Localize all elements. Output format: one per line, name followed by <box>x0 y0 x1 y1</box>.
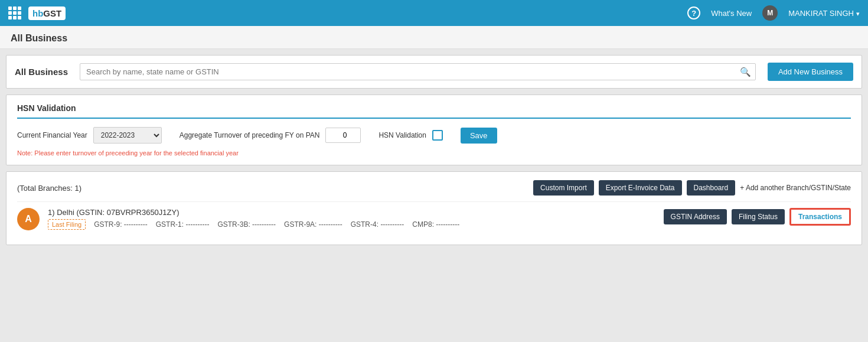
current-fy-select[interactable]: 2022-2023 2021-2022 2020-2021 <box>93 127 162 144</box>
gstr3b-filing: GSTR-3B: ---------- <box>217 220 276 229</box>
hsn-validation-group: HSN Validation <box>378 130 442 141</box>
hsn-validation-section: HSN Validation Current Financial Year 20… <box>6 95 862 165</box>
user-menu-chevron[interactable] <box>856 9 860 18</box>
current-fy-group: Current Financial Year 2022-2023 2021-20… <box>17 127 162 144</box>
table-row: A 1) Delhi (GSTIN: 07BVRPR3650J1ZY) Last… <box>17 201 851 236</box>
hsn-validation-checkbox[interactable] <box>432 130 443 141</box>
app-logo: hb GST <box>28 6 66 20</box>
gstr4-filing: GSTR-4: ---------- <box>351 220 404 229</box>
page-header: All Business <box>0 26 868 49</box>
cmp8-filing: CMP8: ---------- <box>412 220 459 229</box>
aggregate-turnover-label: Aggregate Turnover of preceding FY on PA… <box>180 131 320 139</box>
dashboard-button[interactable]: Dashboard <box>687 180 736 196</box>
add-new-business-button[interactable]: Add New Business <box>768 63 853 81</box>
export-einvoice-button[interactable]: Export E-Invoice Data <box>599 180 682 196</box>
business-row-actions: GSTIN Address Filing Status Transactions <box>664 208 851 226</box>
hsn-fields-row: Current Financial Year 2022-2023 2021-20… <box>17 127 851 144</box>
top-navigation: hb GST ? What's New M MANKIRAT SINGH <box>0 0 868 26</box>
logo-hb: hb <box>32 8 43 18</box>
grid-menu-icon[interactable] <box>8 6 21 19</box>
hsn-validation-label: HSN Validation <box>378 131 426 139</box>
hsn-save-button[interactable]: Save <box>461 128 497 144</box>
gstr9a-filing: GSTR-9A: ---------- <box>284 220 342 229</box>
whats-new-link[interactable]: What's New <box>711 9 752 18</box>
user-name-label[interactable]: MANKIRAT SINGH <box>788 9 860 18</box>
custom-import-button[interactable]: Custom Import <box>533 180 594 196</box>
aggregate-turnover-input[interactable] <box>325 128 361 143</box>
current-fy-label: Current Financial Year <box>17 131 87 139</box>
all-business-title: All Business <box>15 67 68 77</box>
business-name: 1) Delhi (GSTIN: 07BVRPR3650J1ZY) <box>48 208 180 217</box>
last-filing-button[interactable]: Last Filing <box>48 219 86 230</box>
page-title: All Business <box>11 33 67 43</box>
gstr9-filing: GSTR-9: ---------- <box>94 220 148 229</box>
help-icon[interactable]: ? <box>687 6 700 19</box>
add-branch-link[interactable]: + Add another Branch/GSTIN/State <box>740 184 851 192</box>
hsn-checkbox-wrap <box>432 130 443 141</box>
all-business-panel: All Business 🔍 Add New Business <box>6 55 862 89</box>
user-avatar: M <box>762 5 778 21</box>
business-name-row: 1) Delhi (GSTIN: 07BVRPR3650J1ZY) <box>48 208 655 217</box>
search-bar-wrap: 🔍 <box>80 63 756 80</box>
business-list-header: (Total Branches: 1) Custom Import Export… <box>17 180 851 196</box>
business-action-buttons: Custom Import Export E-Invoice Data Dash… <box>533 180 851 196</box>
logo-gst: GST <box>43 8 61 18</box>
business-list-section: (Total Branches: 1) Custom Import Export… <box>6 171 862 245</box>
filing-row: Last Filing GSTR-9: ---------- GSTR-1: -… <box>48 219 655 230</box>
hsn-section-title: HSN Validation <box>17 103 851 119</box>
business-info: 1) Delhi (GSTIN: 07BVRPR3650J1ZY) Last F… <box>48 208 655 230</box>
filing-status-button[interactable]: Filing Status <box>732 209 785 224</box>
search-input[interactable] <box>80 63 756 80</box>
gstin-address-button[interactable]: GSTIN Address <box>664 209 727 224</box>
total-branches: (Total Branches: 1) <box>17 184 81 193</box>
hsn-note: Note: Please enter turnover of preceedin… <box>17 149 851 157</box>
gstr1-filing: GSTR-1: ---------- <box>156 220 210 229</box>
aggregate-turnover-group: Aggregate Turnover of preceding FY on PA… <box>180 128 361 143</box>
avatar: A <box>17 208 40 230</box>
search-button[interactable]: 🔍 <box>740 67 751 77</box>
transactions-button[interactable]: Transactions <box>789 208 851 226</box>
